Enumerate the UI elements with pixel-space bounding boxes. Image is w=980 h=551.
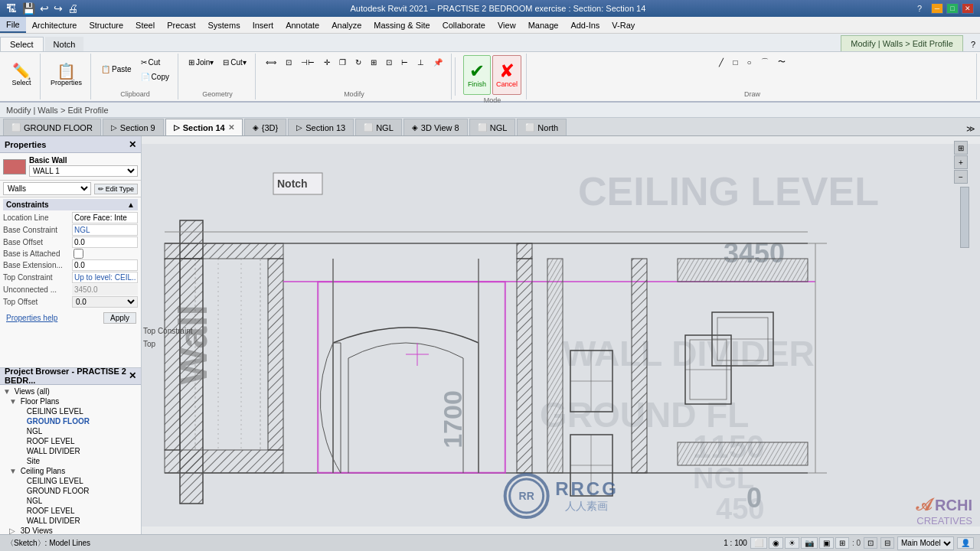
close-btn[interactable]: ✕ [962, 3, 974, 14]
tree-ngl[interactable]: NGL [14, 426, 139, 436]
menu-steel[interactable]: Steel [129, 17, 161, 33]
tab-3d[interactable]: ◈ {3D} [244, 119, 286, 135]
menu-architecture[interactable]: Architecture [26, 17, 83, 33]
collaborate-btn[interactable]: 👤 [957, 537, 974, 549]
menu-precast[interactable]: Precast [161, 17, 201, 33]
rect-btn[interactable]: □ [729, 55, 741, 69]
tree-roof-level[interactable]: ROOF LEVEL [14, 436, 139, 446]
line-btn[interactable]: ╱ [715, 55, 727, 69]
help-icon[interactable]: ? [917, 4, 922, 13]
tab-close-icon[interactable]: ✕ [228, 123, 234, 132]
spline-btn[interactable]: 〜 [774, 55, 789, 69]
menu-massing[interactable]: Massing & Site [368, 17, 436, 33]
menu-file[interactable]: File [0, 17, 26, 33]
arc-btn[interactable]: ⌒ [757, 55, 773, 69]
tree-wall-divider[interactable]: WALL DIVIDER [14, 446, 139, 456]
sun-shadow-btn[interactable]: ☀ [785, 537, 799, 549]
menu-insert[interactable]: Insert [247, 17, 280, 33]
region-btn[interactable]: ▣ [819, 537, 834, 549]
prop-value-base-attached[interactable] [74, 249, 83, 259]
tab-ngl-1[interactable]: ⬜ NGL [355, 119, 402, 135]
tab-section-9[interactable]: ▷ Section 9 [103, 119, 164, 135]
paste-btn[interactable]: 📋 Paste [97, 63, 136, 77]
offset-btn[interactable]: ⊡ [282, 55, 296, 69]
menu-addins[interactable]: Add-Ins [564, 17, 606, 33]
tab-north[interactable]: ⬜ North [517, 119, 567, 135]
tree-ceiling-level[interactable]: CEILING LEVEL [14, 406, 139, 416]
ribbon-tab-notch[interactable]: Notch [45, 37, 84, 51]
minimize-btn[interactable]: ─ [931, 3, 943, 14]
mirror-btn[interactable]: ⊣⊢ [297, 55, 318, 69]
menu-analyze[interactable]: Analyze [325, 17, 368, 33]
apply-btn[interactable]: Apply [103, 312, 136, 324]
workset-selector[interactable]: Main Model [897, 536, 954, 550]
modify-tool-btn[interactable]: ✏️ Select [8, 55, 35, 95]
tree-cp-wall-divider[interactable]: WALL DIVIDER [14, 516, 139, 526]
tree-floor-plans[interactable]: ▼ Floor Plans [8, 396, 139, 406]
ribbon-tab-modify[interactable]: Select [0, 37, 44, 51]
prop-value-location[interactable] [72, 212, 138, 223]
join-btn[interactable]: ⊞ Join▾ [185, 55, 217, 69]
prop-value-base-ext[interactable] [72, 259, 138, 271]
print-qa-btn[interactable]: 🖨 [67, 2, 79, 15]
detail-level-btn[interactable]: ⬜ [750, 537, 767, 549]
move-btn[interactable]: ✛ [320, 55, 334, 69]
undo-qa-btn[interactable]: ↩ [39, 2, 50, 15]
menu-structure[interactable]: Structure [83, 17, 129, 33]
properties-close-btn[interactable]: ✕ [129, 139, 136, 150]
tab-ground-floor[interactable]: ⬜ GROUND FLOOR [3, 119, 101, 135]
nav-scroll-bar[interactable] [960, 187, 969, 248]
tree-ground-floor[interactable]: GROUND FLOOR [14, 416, 139, 426]
cut-geom-btn[interactable]: ⊟ Cut▾ [219, 55, 250, 69]
scale-btn[interactable]: ⊡ [382, 55, 396, 69]
menu-vray[interactable]: V-Ray [606, 17, 641, 33]
finish-edit-btn[interactable]: ✔ Finish [463, 55, 491, 95]
pb-close-btn[interactable]: ✕ [129, 370, 136, 381]
tree-cp-ceiling-level[interactable]: CEILING LEVEL [14, 476, 139, 486]
crop-btn[interactable]: ⊞ [835, 537, 849, 549]
properties-btn[interactable]: 📋 Properties [47, 55, 86, 95]
rotate-btn[interactable]: ↻ [351, 55, 365, 69]
tab-3d-view-8[interactable]: ◈ 3D View 8 [403, 119, 468, 135]
tab-section-13[interactable]: ▷ Section 13 [288, 119, 354, 135]
zoom-out-btn[interactable]: − [954, 170, 968, 184]
menu-collaborate[interactable]: Collaborate [436, 17, 492, 33]
align-btn[interactable]: ⟺ [262, 55, 280, 69]
prop-value-unconnected[interactable] [72, 284, 138, 295]
cut-btn[interactable]: ✂ Cut [137, 55, 173, 69]
menu-annotate[interactable]: Annotate [279, 17, 325, 33]
edit-type-btn[interactable]: ✏ Edit Type [94, 184, 138, 194]
design-options-btn[interactable]: ⊟ [880, 537, 894, 549]
menu-manage[interactable]: Manage [522, 17, 565, 33]
constraints-header[interactable]: Constraints ▲ [3, 199, 138, 210]
save-qa-btn[interactable]: 💾 [21, 2, 36, 15]
type-dropdown[interactable]: WALL 1 [29, 165, 138, 177]
tree-site[interactable]: Site [14, 456, 139, 466]
render-btn[interactable]: 📷 [801, 537, 818, 549]
prop-value-base-constraint[interactable] [72, 224, 138, 236]
menu-view[interactable]: View [492, 17, 522, 33]
array-btn[interactable]: ⊞ [367, 55, 381, 69]
tree-cp-roof-level[interactable]: ROOF LEVEL [14, 506, 139, 516]
zoom-fit-btn[interactable]: ⊞ [954, 141, 968, 155]
prop-value-top-offset[interactable]: 0.0 [72, 296, 138, 308]
redo-qa-btn[interactable]: ↪ [53, 2, 64, 15]
tab-section-14[interactable]: ▷ Section 14 ✕ [165, 119, 243, 135]
visual-style-btn[interactable]: ◉ [769, 537, 783, 549]
prop-value-base-offset[interactable] [72, 236, 138, 248]
tree-views-all[interactable]: ▼ Views (all) [2, 386, 139, 396]
tree-3d-views[interactable]: ▷ 3D Views [8, 526, 139, 535]
prop-value-top-constraint[interactable] [72, 272, 138, 283]
tree-ceiling-plans[interactable]: ▼ Ceiling Plans [8, 466, 139, 476]
cancel-edit-btn[interactable]: ✘ Cancel [492, 55, 521, 95]
trim-btn[interactable]: ⊢ [397, 55, 412, 69]
tree-cp-ngl[interactable]: NGL [14, 496, 139, 506]
maximize-btn[interactable]: □ [946, 3, 959, 14]
category-dropdown[interactable]: Walls [3, 182, 91, 195]
properties-help-link[interactable]: Properties help [3, 312, 60, 324]
tab-ngl-2[interactable]: ⬜ NGL [469, 119, 516, 135]
circle-btn[interactable]: ○ [743, 55, 755, 69]
copy-tool-btn[interactable]: ❐ [335, 55, 350, 69]
worksets-btn[interactable]: ⊡ [864, 537, 877, 549]
pin-btn[interactable]: 📌 [430, 55, 446, 69]
